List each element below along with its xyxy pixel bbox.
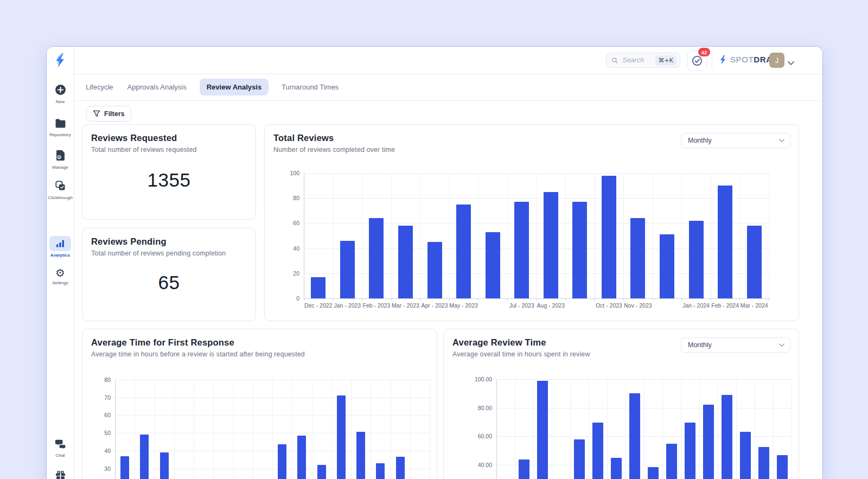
x-axis-tick-label: May - 2023 bbox=[439, 302, 488, 309]
brand-part1: SPOT bbox=[730, 55, 754, 64]
user-menu-chevron[interactable] bbox=[788, 58, 794, 68]
bar[interactable] bbox=[648, 467, 659, 479]
document-gear-icon bbox=[55, 150, 66, 161]
x-axis-tick-label: Nov - 2023 bbox=[614, 302, 662, 309]
bar[interactable] bbox=[574, 439, 585, 479]
bar[interactable] bbox=[602, 176, 616, 298]
gridline bbox=[626, 379, 626, 479]
bar[interactable] bbox=[337, 395, 346, 479]
bar[interactable] bbox=[427, 242, 442, 298]
gridline bbox=[213, 380, 214, 479]
gridline bbox=[565, 173, 566, 298]
x-axis-tick bbox=[653, 298, 653, 301]
gridline bbox=[391, 173, 392, 298]
bar[interactable] bbox=[120, 456, 129, 479]
card-title: Reviews Pending bbox=[91, 237, 247, 247]
gridline bbox=[478, 173, 478, 298]
bar[interactable] bbox=[140, 435, 149, 479]
bar-chart-icon bbox=[55, 238, 66, 249]
bar[interactable] bbox=[685, 423, 695, 479]
x-axis-tick bbox=[681, 298, 682, 301]
tab-lifecycle[interactable]: Lifecycle bbox=[85, 79, 114, 95]
x-axis-tick bbox=[711, 298, 711, 301]
gridline bbox=[607, 379, 608, 479]
bar[interactable] bbox=[356, 432, 365, 479]
app-logo[interactable] bbox=[47, 47, 74, 74]
sidebar-item-repository[interactable]: Repository bbox=[47, 118, 74, 137]
sidebar-item-clickthrough[interactable]: Clickthrough bbox=[47, 180, 74, 200]
search-input[interactable] bbox=[622, 56, 655, 65]
sidebar-item-label: Clickthrough bbox=[47, 195, 74, 200]
bar[interactable] bbox=[369, 218, 384, 298]
bar[interactable] bbox=[722, 395, 732, 479]
sidebar-item-just-in[interactable]: Just In bbox=[47, 470, 74, 479]
period-selector[interactable]: Monthly bbox=[681, 133, 790, 148]
x-axis-tick bbox=[595, 298, 595, 301]
bar[interactable] bbox=[592, 423, 603, 479]
sidebar-item-label: Repository bbox=[47, 132, 74, 137]
bar[interactable] bbox=[311, 277, 326, 298]
sidebar-item-new[interactable]: New bbox=[47, 84, 74, 104]
user-avatar[interactable]: J bbox=[769, 53, 784, 68]
sidebar-item-label: Settings bbox=[47, 280, 74, 285]
bar[interactable] bbox=[317, 465, 326, 479]
bar[interactable] bbox=[160, 452, 169, 479]
tab-review-analysis[interactable]: Review Analysis bbox=[200, 79, 269, 95]
y-axis-tick-label: 20 bbox=[276, 270, 299, 277]
bar[interactable] bbox=[630, 218, 645, 298]
period-selector[interactable]: Monthly bbox=[681, 337, 790, 353]
tab-turnaround-times[interactable]: Turnaround Times bbox=[280, 79, 340, 95]
bar[interactable] bbox=[740, 432, 751, 479]
filters-button[interactable]: Filters bbox=[86, 106, 131, 122]
bar[interactable] bbox=[519, 459, 529, 479]
funnel-icon bbox=[93, 110, 100, 117]
bar[interactable] bbox=[456, 205, 471, 298]
chart-subtitle: Average time in hours before a review is… bbox=[91, 350, 428, 358]
search-box[interactable]: ⌘+K bbox=[606, 53, 680, 68]
y-axis-tick-label: 60 bbox=[87, 412, 111, 418]
bar[interactable] bbox=[611, 458, 622, 479]
gridline bbox=[449, 173, 450, 298]
gridline bbox=[681, 379, 681, 479]
bar[interactable] bbox=[629, 393, 640, 479]
y-axis-line bbox=[115, 380, 116, 479]
gridline bbox=[515, 379, 515, 479]
bar[interactable] bbox=[278, 444, 286, 479]
bar[interactable] bbox=[398, 226, 413, 298]
bar[interactable] bbox=[747, 226, 762, 298]
bar[interactable] bbox=[544, 192, 558, 298]
bar[interactable] bbox=[297, 436, 306, 479]
bar[interactable] bbox=[486, 232, 500, 298]
bar[interactable] bbox=[376, 463, 385, 479]
bar[interactable] bbox=[718, 186, 732, 298]
bar[interactable] bbox=[689, 221, 704, 298]
sidebar-item-label: Analytics bbox=[47, 253, 74, 258]
x-axis-tick bbox=[769, 298, 769, 301]
gridline bbox=[331, 380, 332, 479]
bar[interactable] bbox=[340, 241, 355, 298]
reviews-pending-value: 65 bbox=[82, 272, 256, 293]
tab-approvals-analysis[interactable]: Approvals Analysis bbox=[126, 79, 188, 95]
gridline bbox=[711, 173, 711, 298]
bar[interactable] bbox=[703, 405, 714, 479]
bar[interactable] bbox=[537, 381, 548, 479]
bar[interactable] bbox=[514, 202, 529, 298]
top-header: ⌘+K 42 SPOTDRAFT J bbox=[47, 47, 822, 74]
active-item-highlight bbox=[49, 236, 71, 251]
bar[interactable] bbox=[396, 457, 405, 479]
bar[interactable] bbox=[666, 444, 677, 479]
sidebar-item-chat[interactable]: Chat bbox=[47, 439, 74, 458]
gridline bbox=[292, 380, 292, 479]
y-axis-tick-label: 80.00 bbox=[468, 405, 492, 411]
bar[interactable] bbox=[758, 447, 769, 479]
gridline bbox=[174, 380, 175, 479]
bar[interactable] bbox=[572, 202, 587, 298]
bar[interactable] bbox=[777, 455, 788, 479]
sidebar-item-analytics[interactable]: Analytics bbox=[47, 236, 74, 258]
sidebar-item-manage[interactable]: Manage bbox=[47, 150, 74, 170]
bar[interactable] bbox=[660, 234, 674, 298]
sidebar-item-settings[interactable]: ⚙ Settings bbox=[47, 267, 74, 285]
analysis-tabbar: Lifecycle Approvals Analysis Review Anal… bbox=[74, 74, 822, 101]
gridline bbox=[552, 379, 552, 479]
gridline bbox=[135, 380, 135, 479]
